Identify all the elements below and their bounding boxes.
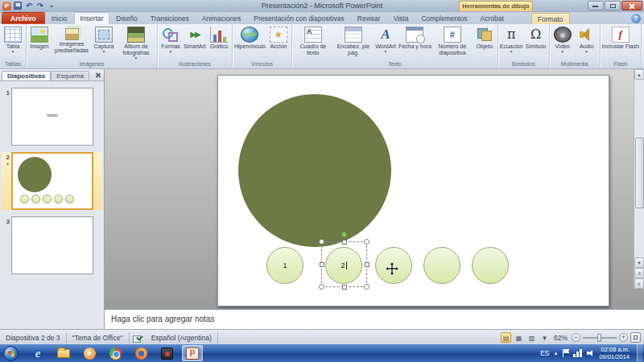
captura-button[interactable]: Captura xyxy=(92,25,116,53)
vertical-scrollbar[interactable]: ▲ ▼ « « xyxy=(634,69,644,289)
thumbnail-canvas-1[interactable]: inicio xyxy=(11,88,93,146)
show-desktop-button[interactable] xyxy=(637,344,642,362)
slide-sorter-view-button[interactable]: ▦ xyxy=(514,332,524,343)
previous-slide-button[interactable]: « xyxy=(634,268,644,278)
grafico-button[interactable]: Gráfico xyxy=(207,25,231,50)
tab-insertar[interactable]: Insertar xyxy=(74,12,110,24)
save-button[interactable] xyxy=(13,2,23,10)
tab-complementos[interactable]: Complementos xyxy=(415,12,473,24)
incrustar-flash-button[interactable]: fIncrustar Flash xyxy=(601,25,640,50)
network-icon[interactable] xyxy=(573,349,583,357)
zoom-in-button[interactable]: + xyxy=(619,333,628,342)
small-circle-5[interactable] xyxy=(472,247,509,284)
tabla-button[interactable]: Tabla xyxy=(1,25,25,53)
taskbar-explorer-icon[interactable] xyxy=(53,345,74,361)
scroll-up-icon[interactable]: ▲ xyxy=(634,69,644,80)
simbolo-button[interactable]: ΩSímbolo xyxy=(524,25,548,50)
zoom-level[interactable]: 62% xyxy=(552,334,569,342)
slideshow-view-button[interactable]: ▼ xyxy=(539,332,550,343)
volume-icon[interactable] xyxy=(587,349,595,357)
numero-diapositiva-button[interactable]: #Número de diapositiva xyxy=(432,25,473,56)
imagen-button[interactable]: Imagen xyxy=(27,25,52,50)
reading-view-button[interactable]: ▥ xyxy=(526,332,537,343)
zoom-slider-thumb[interactable] xyxy=(597,334,601,342)
hidden-icons-arrow[interactable]: ▲ xyxy=(554,351,559,356)
maximize-button[interactable] xyxy=(605,1,621,10)
zoom-slider[interactable] xyxy=(583,337,617,339)
formas-button[interactable]: Formas xyxy=(159,25,183,53)
taskbar-powerpoint-icon[interactable]: P xyxy=(182,345,203,361)
spellcheck-icon[interactable] xyxy=(133,334,142,342)
minimize-button[interactable] xyxy=(588,1,604,10)
tab-vista[interactable]: Vista xyxy=(387,12,415,24)
audio-button[interactable]: Audio xyxy=(575,25,599,53)
language-indicator[interactable]: Español (Argentina) xyxy=(146,332,218,343)
action-center-flag-icon[interactable] xyxy=(562,349,569,357)
close-button[interactable] xyxy=(621,1,642,10)
tab-inicio[interactable]: Inicio xyxy=(45,12,74,24)
smartart-button[interactable]: SmartArt xyxy=(183,25,207,50)
tab-formato[interactable]: Formato xyxy=(531,13,570,24)
cuadro-texto-button[interactable]: ACuadro de texto xyxy=(293,25,333,56)
objeto-button[interactable]: Objeto xyxy=(473,25,497,50)
thumbnail-canvas-2[interactable] xyxy=(11,152,93,210)
start-button[interactable] xyxy=(3,346,19,361)
tab-transiciones[interactable]: Transiciones xyxy=(144,12,196,24)
wordart-button[interactable]: AWordArt xyxy=(374,25,398,53)
qat-dropdown-icon[interactable]: ▾ xyxy=(47,2,56,10)
taskbar-clock[interactable]: 02:08 a.m. 09/01/2014 xyxy=(599,346,633,360)
undo-button[interactable]: ↶ xyxy=(24,2,34,10)
thumbnail-canvas-3[interactable] xyxy=(11,216,93,274)
tab-presentacion[interactable]: Presentación con diapositivas xyxy=(247,12,350,24)
taskbar-firefox-icon[interactable] xyxy=(130,345,151,361)
tab-diapositivas[interactable]: Diapositivas xyxy=(2,71,51,80)
small-circle-4[interactable] xyxy=(423,247,460,284)
scroll-down-icon[interactable]: ▼ xyxy=(634,257,644,268)
scrollbar-thumb[interactable] xyxy=(635,138,644,208)
fit-to-window-button[interactable] xyxy=(630,332,641,343)
tab-acrobat[interactable]: Acrobat xyxy=(474,12,510,24)
taskbar-ie-icon[interactable]: e xyxy=(27,345,48,361)
theme-name[interactable]: "Tema de Office" xyxy=(67,332,130,343)
selection-handle[interactable] xyxy=(365,262,369,267)
redo-button[interactable]: ↷ xyxy=(35,2,45,10)
hipervinculo-button[interactable]: Hipervínculo xyxy=(233,25,266,50)
tab-diseno[interactable]: Diseño xyxy=(109,12,143,24)
selection-handle[interactable] xyxy=(320,262,324,267)
keyboard-language[interactable]: ES xyxy=(540,349,549,357)
slide-thumbnail-3[interactable]: 3 xyxy=(2,216,102,274)
selection-handle[interactable] xyxy=(364,284,369,290)
tab-animaciones[interactable]: Animaciones xyxy=(196,12,248,24)
rotation-handle[interactable] xyxy=(341,232,347,237)
selection-handle[interactable] xyxy=(319,284,324,290)
taskbar-media-player-icon[interactable] xyxy=(79,345,100,361)
zoom-out-button[interactable]: − xyxy=(572,333,580,342)
encabezado-pie-button[interactable]: Encabez. pie pág. xyxy=(333,25,374,56)
fecha-hora-button[interactable]: Fecha y hora xyxy=(398,25,432,50)
tab-esquema[interactable]: Esquema xyxy=(51,71,89,80)
album-fotografias-button[interactable]: Álbum de fotografías xyxy=(116,25,156,60)
big-olive-circle-shape[interactable] xyxy=(238,94,391,247)
selection-handle[interactable] xyxy=(319,239,324,245)
selection-handle[interactable] xyxy=(342,240,347,245)
imagenes-predisenadas-button[interactable]: Imágenes prediseñadas xyxy=(52,25,92,54)
taskbar-chrome-icon[interactable] xyxy=(105,345,126,361)
small-circle-1[interactable]: 1 xyxy=(266,247,303,284)
selection-handle[interactable] xyxy=(364,239,369,245)
normal-view-button[interactable]: ▤ xyxy=(501,332,511,343)
close-panel-icon[interactable] xyxy=(94,72,101,79)
tab-archivo[interactable]: Archivo xyxy=(2,12,45,24)
selection-handle[interactable] xyxy=(342,285,347,290)
slide-thumbnail-1[interactable]: 1 inicio xyxy=(2,88,102,146)
powerpoint-app-icon[interactable]: P xyxy=(2,2,11,10)
accion-button[interactable]: ★Acción xyxy=(266,25,291,50)
help-icon[interactable]: ? xyxy=(631,14,641,23)
ecuacion-button[interactable]: πEcuación xyxy=(499,25,524,53)
notes-area[interactable]: Haga clic para agregar notas xyxy=(105,309,644,329)
slide-canvas[interactable]: 1 2 xyxy=(217,75,609,306)
tab-revisar[interactable]: Revisar xyxy=(351,12,387,24)
taskbar-app-icon[interactable] xyxy=(156,345,177,361)
next-slide-button[interactable]: « xyxy=(634,278,644,289)
slide-thumbnail-2-selected[interactable]: 2✶ xyxy=(2,152,102,210)
video-button[interactable]: Vídeo xyxy=(551,25,575,53)
